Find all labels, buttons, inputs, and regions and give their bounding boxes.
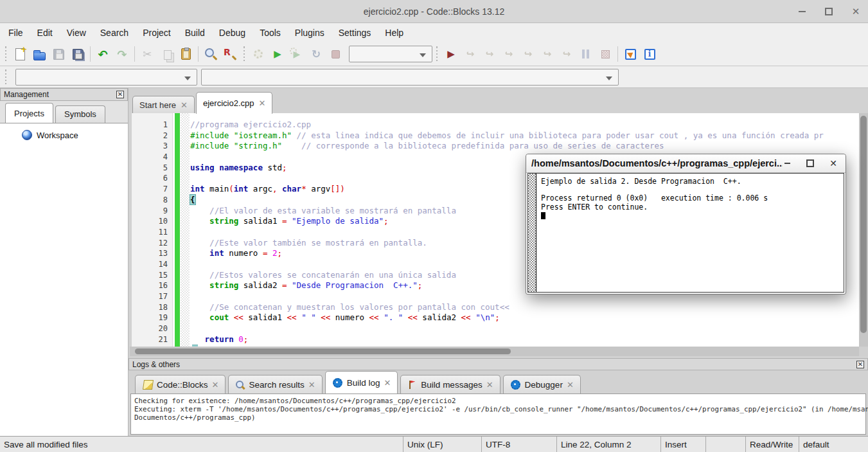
next-instruction-icon (540, 47, 554, 61)
build-button (249, 45, 267, 63)
menu-help[interactable]: Help (378, 23, 411, 42)
menu-tools[interactable]: Tools (252, 23, 288, 42)
tree-item-workspace[interactable]: Workspace (22, 130, 128, 140)
code-line: 2#include "iostream.h" // esta linea ind… (132, 131, 859, 141)
menu-settings[interactable]: Settings (332, 23, 378, 42)
close-tab-icon[interactable]: ✕ (212, 380, 219, 390)
menu-build[interactable]: Build (178, 23, 212, 42)
close-tab-icon[interactable]: ✕ (259, 98, 266, 108)
console-close-icon[interactable]: ✕ (829, 159, 838, 168)
close-tab-icon[interactable]: ✕ (181, 100, 188, 110)
console-maximize-icon[interactable] (806, 159, 815, 168)
build-icon (254, 50, 263, 59)
editor-hscrollbar[interactable] (130, 347, 859, 356)
close-tab-icon[interactable]: ✕ (486, 380, 493, 390)
status-utf-8: UTF-8 (481, 437, 556, 452)
editor-tab-start-here[interactable]: Start here✕ (132, 96, 195, 114)
editor-tab-ejercicio2-cpp[interactable]: ejercicio2.cpp✕ (196, 92, 272, 114)
logs-tab-build-log[interactable]: Build log✕ (325, 371, 398, 393)
editor-vscrollbar[interactable] (859, 113, 868, 347)
find-button[interactable] (202, 45, 220, 63)
console-scrollbar[interactable] (528, 174, 536, 292)
close-tab-icon[interactable]: ✕ (308, 380, 315, 390)
logs-tab-label: Code::Blocks (157, 380, 208, 390)
menu-project[interactable]: Project (136, 23, 178, 42)
close-tab-icon[interactable]: ✕ (384, 378, 391, 388)
build-and-run-button (288, 45, 306, 63)
management-close-icon[interactable]: ✕ (116, 91, 124, 98)
line-number: 19 (132, 312, 168, 323)
console-minimize-icon[interactable] (783, 159, 792, 168)
close-icon[interactable]: ✕ (850, 6, 862, 17)
console-line: Ejemplo de salida 2. Desde Programacion … (541, 177, 841, 186)
next-line-icon (483, 47, 497, 61)
code-line: 3#include "string.h" // corresponde a la… (132, 141, 859, 152)
minimize-icon[interactable] (796, 6, 808, 17)
new-file-button[interactable] (11, 45, 29, 63)
hscroll-thumb[interactable] (135, 348, 511, 354)
title-bar: ejercicio2.cpp - Code::Blocks 13.12 ✕ (0, 0, 868, 23)
step-out-icon (521, 47, 535, 61)
build-target-combo[interactable] (349, 46, 432, 62)
run-button[interactable] (269, 45, 287, 63)
logs-header: Logs & others ✕ (128, 358, 868, 370)
tab-symbols[interactable]: Symbols (55, 105, 105, 123)
logs-tab-build-messages[interactable]: Build messages✕ (400, 375, 500, 393)
save-all-button[interactable] (69, 45, 87, 63)
menu-edit[interactable]: Edit (30, 23, 60, 42)
flag-red-icon (407, 380, 417, 390)
redo-button (113, 45, 131, 63)
workspace-label: Workspace (37, 131, 78, 140)
management-title: Management (4, 90, 116, 99)
save-icon (53, 49, 64, 60)
menu-debug[interactable]: Debug (212, 23, 252, 42)
console-output: Ejemplo de salida 2. Desde Programacion … (527, 173, 844, 293)
maximize-icon[interactable] (823, 6, 835, 17)
close-tab-icon[interactable]: ✕ (567, 380, 574, 390)
open-file-button[interactable] (30, 45, 48, 63)
function-combo[interactable] (201, 69, 619, 86)
toolbar-grip (242, 46, 247, 62)
open-file-icon (33, 52, 46, 60)
logs-tab-debugger[interactable]: Debugger✕ (503, 375, 581, 393)
logs-tab-search-results[interactable]: Search results✕ (228, 375, 322, 393)
next-line-button (481, 45, 499, 63)
scope-combo[interactable] (15, 69, 197, 86)
logs-close-icon[interactable]: ✕ (856, 361, 864, 368)
notes-icon (143, 380, 154, 390)
cut-icon (140, 47, 154, 61)
main-toolbar (0, 42, 868, 66)
window-title: ejercicio2.cpp - Code::Blocks 13.12 (364, 6, 504, 17)
code-line: 19 cout << salida1 << " " << numero << "… (132, 312, 859, 323)
menu-search[interactable]: Search (93, 23, 136, 42)
codeblocks-window: ejercicio2.cpp - Code::Blocks 13.12 ✕ Fi… (0, 0, 868, 452)
build-log-output: Checking for existence: /home/msantos/Do… (130, 393, 866, 435)
toolbar-grip[interactable] (3, 69, 8, 86)
management-header: Management ✕ (0, 88, 128, 101)
various-info-button[interactable] (641, 45, 659, 63)
tab-projects[interactable]: Projects (5, 103, 53, 123)
menu-bar: FileEditViewSearchProjectBuildDebugTools… (0, 23, 868, 42)
debug-continue-button[interactable] (442, 45, 460, 63)
menu-plugins[interactable]: Plugins (288, 23, 332, 42)
console-window[interactable]: /home/msantos/Documentos/c++/programas_c… (526, 154, 846, 294)
logs-tab-code-blocks[interactable]: Code::Blocks✕ (135, 375, 226, 393)
console-titlebar[interactable]: /home/msantos/Documentos/c++/programas_c… (526, 154, 846, 173)
menu-file[interactable]: File (1, 23, 30, 42)
gear-blue-icon (333, 378, 342, 388)
step-into-instruction-icon (560, 47, 574, 61)
undo-button[interactable] (94, 45, 112, 63)
line-number: 5 (132, 163, 168, 174)
replace-button[interactable] (221, 45, 239, 63)
vscroll-thumb[interactable] (860, 116, 867, 333)
menu-view[interactable]: View (60, 23, 93, 42)
abort-build-button (326, 45, 344, 63)
line-number: 3 (132, 141, 168, 152)
stop-debugger-icon (601, 50, 610, 59)
break-debugger-button (577, 45, 595, 63)
debugging-windows-button[interactable] (621, 45, 639, 63)
line-number: 11 (132, 227, 168, 238)
paste-button[interactable] (177, 45, 195, 63)
log-line: Documentos/c++/programas_cpp) (134, 413, 862, 422)
rebuild-icon (309, 47, 323, 61)
